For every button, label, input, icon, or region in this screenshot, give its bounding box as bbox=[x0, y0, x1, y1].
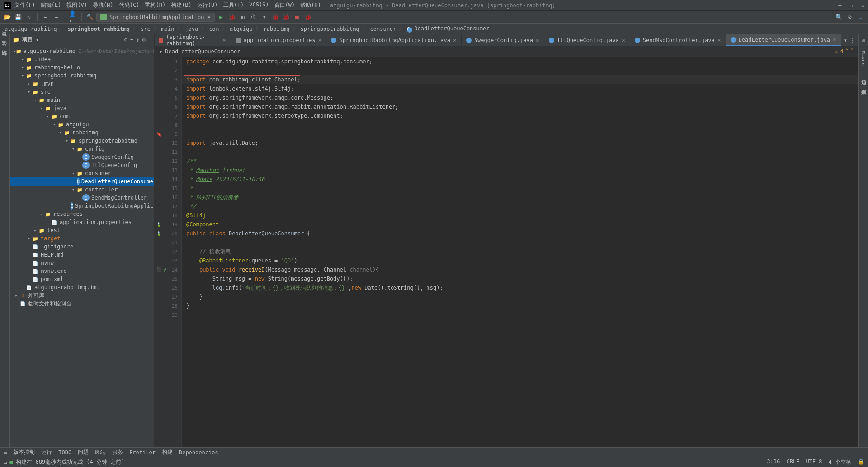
code-line[interactable]: import org.springframework.stereotype.Co… bbox=[182, 111, 858, 120]
forward-icon[interactable]: → bbox=[52, 13, 61, 22]
menu-item[interactable]: 运行(U) bbox=[197, 1, 218, 9]
editor-tab[interactable]: SwaggerConfig.java× bbox=[462, 34, 544, 46]
bottom-tool-item[interactable]: Dependencies bbox=[179, 449, 218, 456]
code-line[interactable]: * @author lishuai bbox=[182, 166, 858, 175]
line-number[interactable]: 11 bbox=[155, 148, 181, 157]
minimize-icon[interactable]: — bbox=[838, 2, 841, 9]
tree-node[interactable]: ▾📁rabbitmq bbox=[10, 129, 154, 137]
tab-more-icon[interactable]: ⋮ bbox=[850, 37, 855, 43]
tree-node[interactable]: CTtlQueueConfig bbox=[10, 161, 154, 169]
tree-node[interactable]: 📄HELP.md bbox=[10, 251, 154, 259]
code-line[interactable]: @RabbitListener(queues = "QD") bbox=[182, 256, 858, 265]
right-tab-database[interactable]: 数据库 bbox=[859, 83, 868, 88]
editor-tab[interactable]: application.properties× bbox=[231, 34, 327, 46]
breadcrumb-item[interactable]: src bbox=[141, 26, 151, 32]
code-line[interactable] bbox=[182, 238, 858, 247]
tab-close-icon[interactable]: × bbox=[536, 37, 539, 43]
tree-node[interactable]: 📄atguigu-rabbitmq.iml bbox=[10, 283, 154, 291]
tree-node[interactable]: CSwaggerConfig bbox=[10, 153, 154, 161]
line-number[interactable]: 3 bbox=[155, 75, 181, 84]
collapse-icon[interactable]: ÷ bbox=[130, 37, 133, 43]
hide-icon[interactable]: — bbox=[148, 37, 151, 43]
editor-tab[interactable]: SpringbootRabbitmqApplication.java× bbox=[326, 34, 461, 46]
open-icon[interactable]: 📂 bbox=[3, 13, 12, 22]
tree-node[interactable]: ▾📁resources bbox=[10, 210, 154, 218]
code-line[interactable]: import org.springframework.amqp.core.Mes… bbox=[182, 93, 858, 102]
tree-arrow-icon[interactable]: ▾ bbox=[33, 98, 38, 102]
tree-node[interactable]: ▸📁target bbox=[10, 234, 154, 243]
line-number[interactable]: 5 bbox=[155, 93, 181, 102]
menu-item[interactable]: 视图(V) bbox=[66, 1, 87, 9]
bottom-tool-item[interactable]: Profiler bbox=[129, 449, 156, 456]
status-hide-icon[interactable]: ▭ bbox=[4, 459, 7, 466]
tree-node[interactable]: ▸📁test bbox=[10, 226, 154, 234]
tree-node[interactable]: 📄mvnw.cmd bbox=[10, 267, 154, 275]
cursor-position[interactable]: 3:36 bbox=[767, 458, 780, 466]
tree-node[interactable]: ▾📁java bbox=[10, 104, 154, 112]
code-line[interactable] bbox=[182, 66, 858, 75]
tab-close-icon[interactable]: × bbox=[717, 37, 721, 43]
code-line[interactable] bbox=[182, 148, 858, 157]
tree-node[interactable]: ▾📁consumer bbox=[10, 169, 154, 177]
tab-close-icon[interactable]: × bbox=[833, 36, 836, 43]
tree-node[interactable]: ▸📁.mvn bbox=[10, 80, 154, 88]
left-tab-project[interactable]: 项目 bbox=[0, 37, 9, 43]
line-number[interactable]: 9🔖 bbox=[155, 129, 181, 138]
tree-arrow-icon[interactable]: ▸ bbox=[33, 228, 38, 233]
inspection-status[interactable]: ⚠ 4 ˆ ˇ bbox=[835, 48, 854, 55]
breadcrumb-item[interactable]: consumer bbox=[370, 26, 396, 32]
tab-list-icon[interactable]: ▾ bbox=[844, 37, 847, 43]
code-line[interactable]: * 队列TTL的消费者 bbox=[182, 193, 858, 202]
left-tab-structure[interactable]: 结构 bbox=[0, 57, 9, 62]
close-icon[interactable]: ✕ bbox=[861, 2, 864, 9]
menu-item[interactable]: 编辑(E) bbox=[41, 1, 61, 9]
editor-tab[interactable]: (springboot-rabbitmq)× bbox=[155, 34, 231, 46]
bottom-tool-item[interactable]: TODO bbox=[58, 449, 71, 456]
line-number[interactable]: 16 bbox=[155, 193, 181, 202]
line-number[interactable]: 18 bbox=[155, 211, 181, 220]
tree-node[interactable]: 📄pom.xml bbox=[10, 275, 154, 283]
editor-tab[interactable]: SendMsgController.java× bbox=[630, 34, 726, 46]
search-icon[interactable]: 🔍 bbox=[835, 13, 844, 22]
play-icon[interactable]: ▶ bbox=[217, 13, 226, 22]
menu-item[interactable]: 文件(F) bbox=[14, 1, 35, 9]
menu-item[interactable]: 重构(R) bbox=[145, 1, 165, 9]
tree-arrow-icon[interactable]: ▾ bbox=[71, 147, 76, 151]
target-icon[interactable]: ⊕ bbox=[124, 37, 127, 43]
code-line[interactable]: // 接收消息 bbox=[182, 247, 858, 256]
file-encoding[interactable]: UTF-8 bbox=[806, 458, 822, 466]
line-number[interactable]: 6 bbox=[155, 102, 181, 111]
tree-node[interactable]: ▸📁.idea bbox=[10, 55, 154, 63]
line-number[interactable]: 7 bbox=[155, 111, 181, 120]
sort-icon[interactable]: ↕ bbox=[136, 37, 139, 43]
line-number[interactable]: 25 bbox=[155, 274, 181, 283]
refresh-icon[interactable]: ↻ bbox=[24, 13, 33, 22]
breadcrumb-item[interactable]: springbootrabbitmq bbox=[300, 26, 359, 32]
profile-icon[interactable]: ⏱ bbox=[249, 13, 258, 22]
tree-arrow-icon[interactable]: ▾ bbox=[39, 212, 44, 216]
right-tab-notifications[interactable]: 通知 bbox=[859, 73, 868, 78]
tree-arrow-icon[interactable]: ▾ bbox=[20, 73, 25, 78]
tree-node[interactable]: ▾📁springboot-rabbitmq bbox=[10, 71, 154, 80]
tree-arrow-icon[interactable]: ▾ bbox=[45, 114, 51, 119]
chevron-up-icon[interactable]: ˆ bbox=[845, 48, 849, 55]
code-line[interactable]: public class DeadLetterQueueConsumer { bbox=[182, 229, 858, 238]
code-line[interactable]: @Component bbox=[182, 220, 858, 229]
tree-arrow-icon[interactable]: ▾ bbox=[52, 122, 57, 127]
menu-item[interactable]: 工具(T) bbox=[223, 1, 244, 9]
bottom-hide-icon[interactable]: ▭ bbox=[4, 449, 7, 456]
line-number[interactable]: 13 bbox=[155, 166, 181, 175]
tree-node[interactable]: CSpringbootRabbitmqApplication bbox=[10, 202, 154, 210]
tree-node[interactable]: 📄.gitignore bbox=[10, 243, 154, 251]
line-number[interactable]: 23 bbox=[155, 256, 181, 265]
code-line[interactable]: log.info("当前时间：{}，收到死信队列的消息：{}",new Date… bbox=[182, 283, 858, 292]
line-number[interactable]: 19🍃 bbox=[155, 220, 181, 229]
dropdown-icon[interactable]: ▾ bbox=[36, 37, 39, 43]
code-line[interactable] bbox=[182, 129, 858, 138]
menu-item[interactable]: 导航(N) bbox=[93, 1, 113, 9]
line-number[interactable]: 1 bbox=[155, 57, 181, 66]
tab-close-icon[interactable]: × bbox=[453, 37, 457, 43]
breadcrumb-item[interactable]: java bbox=[185, 26, 198, 32]
tab-close-icon[interactable]: × bbox=[622, 37, 625, 43]
tree-arrow-icon[interactable]: ▾ bbox=[64, 138, 70, 143]
